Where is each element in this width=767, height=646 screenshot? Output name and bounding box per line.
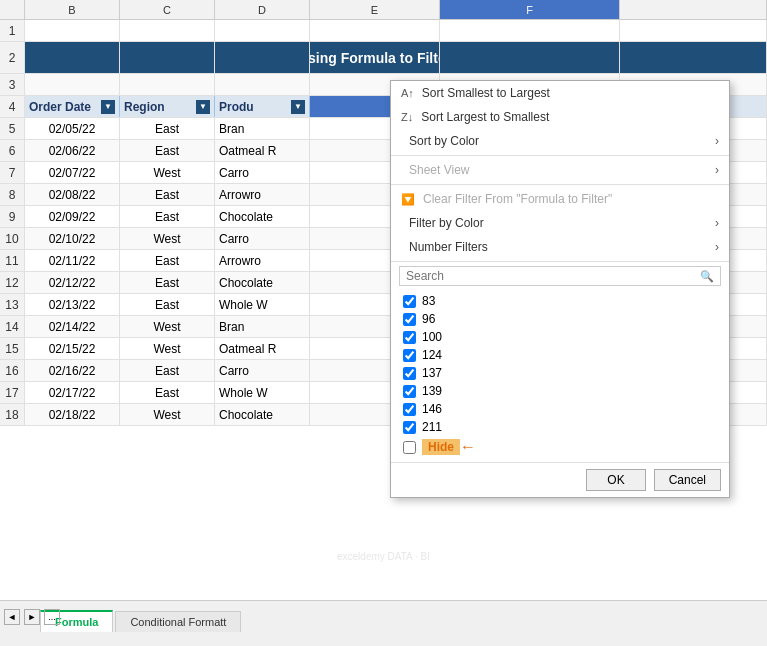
checkbox-item-124[interactable]: 124: [399, 346, 721, 364]
checkbox-item-83[interactable]: 83: [399, 292, 721, 310]
checkbox-item-96[interactable]: 96: [399, 310, 721, 328]
checkbox-100[interactable]: [403, 331, 416, 344]
row-1: 1: [0, 20, 767, 42]
cell-date-9[interactable]: 02/09/22: [25, 206, 120, 227]
checkbox-96[interactable]: [403, 313, 416, 326]
cell-d1[interactable]: [215, 20, 310, 41]
cell-region-8[interactable]: East: [120, 184, 215, 205]
filter-dropdown[interactable]: A↑ Sort Smallest to Largest Z↓ Sort Larg…: [390, 80, 730, 498]
tab-more-btn[interactable]: ...: [44, 609, 60, 625]
checkbox-211[interactable]: [403, 421, 416, 434]
cell-region-15[interactable]: West: [120, 338, 215, 359]
cell-product-5[interactable]: Bran: [215, 118, 310, 139]
checkbox-hide-item[interactable]: Hide ←: [399, 436, 721, 458]
cell-product-7[interactable]: Carro: [215, 162, 310, 183]
tab-conditional[interactable]: Conditional Formatt: [115, 611, 241, 632]
tab-prev-btn[interactable]: ◄: [4, 609, 20, 625]
number-filters-item[interactable]: Number Filters ›: [391, 235, 729, 259]
cell-date-7[interactable]: 02/07/22: [25, 162, 120, 183]
sort-by-color-item[interactable]: Sort by Color ›: [391, 129, 729, 153]
search-box[interactable]: 🔍: [399, 266, 721, 286]
cell-date-16[interactable]: 02/16/22: [25, 360, 120, 381]
rownum-1: 1: [0, 20, 25, 41]
cell-c1[interactable]: [120, 20, 215, 41]
checkbox-item-137[interactable]: 137: [399, 364, 721, 382]
cell-region-16[interactable]: East: [120, 360, 215, 381]
cell-region-11[interactable]: East: [120, 250, 215, 271]
cell-date-5[interactable]: 02/05/22: [25, 118, 120, 139]
cell-product-12[interactable]: Chocolate: [215, 272, 310, 293]
sort-asc-icon: A↑: [401, 87, 414, 99]
checkbox-item-211[interactable]: 211: [399, 418, 721, 436]
cell-region-5[interactable]: East: [120, 118, 215, 139]
cell-e1[interactable]: [310, 20, 440, 41]
cell-product-14[interactable]: Bran: [215, 316, 310, 337]
cell-region-10[interactable]: West: [120, 228, 215, 249]
cell-f1[interactable]: [440, 20, 620, 41]
cell-region-6[interactable]: East: [120, 140, 215, 161]
checkbox-146[interactable]: [403, 403, 416, 416]
cell-b1[interactable]: [25, 20, 120, 41]
checkbox-item-100[interactable]: 100: [399, 328, 721, 346]
cell-region-9[interactable]: East: [120, 206, 215, 227]
sort-smallest-item[interactable]: A↑ Sort Smallest to Largest: [391, 81, 729, 105]
cell-product-10[interactable]: Carro: [215, 228, 310, 249]
filter-orderdate-btn[interactable]: ▼: [101, 100, 115, 114]
checkbox-83[interactable]: [403, 295, 416, 308]
sort-largest-item[interactable]: Z↓ Sort Largest to Smallest: [391, 105, 729, 129]
cell-region-14[interactable]: West: [120, 316, 215, 337]
filter-by-color-item[interactable]: Filter by Color ›: [391, 211, 729, 235]
filter-product-btn[interactable]: ▼: [291, 100, 305, 114]
ok-button[interactable]: OK: [586, 469, 645, 491]
clear-filter-icon: 🔽: [401, 193, 415, 206]
cell-date-11[interactable]: 02/11/22: [25, 250, 120, 271]
cell-region-18[interactable]: West: [120, 404, 215, 425]
filter-region-btn[interactable]: ▼: [196, 100, 210, 114]
cell-c3[interactable]: [120, 74, 215, 95]
cell-date-17[interactable]: 02/17/22: [25, 382, 120, 403]
cell-date-10[interactable]: 02/10/22: [25, 228, 120, 249]
cell-region-13[interactable]: East: [120, 294, 215, 315]
cell-product-16[interactable]: Carro: [215, 360, 310, 381]
cell-date-12[interactable]: 02/12/22: [25, 272, 120, 293]
cell-product-13[interactable]: Whole W: [215, 294, 310, 315]
cell-date-14[interactable]: 02/14/22: [25, 316, 120, 337]
rownum-10: 10: [0, 228, 25, 249]
row-2-title: 2 Using Formula to Filter: [0, 42, 767, 74]
cell-product-15[interactable]: Oatmeal R: [215, 338, 310, 359]
cell-date-13[interactable]: 02/13/22: [25, 294, 120, 315]
checkbox-hide[interactable]: [403, 441, 416, 454]
cell-product-6[interactable]: Oatmeal R: [215, 140, 310, 161]
checkbox-139[interactable]: [403, 385, 416, 398]
cell-product-9[interactable]: Chocolate: [215, 206, 310, 227]
rownum-18: 18: [0, 404, 25, 425]
checkbox-item-139[interactable]: 139: [399, 382, 721, 400]
cell-product-18[interactable]: Chocolate: [215, 404, 310, 425]
title-cell-f: [440, 42, 620, 73]
column-headers: B C D E F: [0, 0, 767, 20]
cell-region-7[interactable]: West: [120, 162, 215, 183]
cell-date-8[interactable]: 02/08/22: [25, 184, 120, 205]
cell-region-17[interactable]: East: [120, 382, 215, 403]
checkbox-item-146[interactable]: 146: [399, 400, 721, 418]
tab-next-btn[interactable]: ►: [24, 609, 40, 625]
cell-b3[interactable]: [25, 74, 120, 95]
rownum-9: 9: [0, 206, 25, 227]
col-header-c: C: [120, 0, 215, 19]
cell-rest1[interactable]: [620, 20, 767, 41]
search-input[interactable]: [406, 269, 700, 283]
rownum-12: 12: [0, 272, 25, 293]
cell-product-17[interactable]: Whole W: [215, 382, 310, 403]
cell-region-12[interactable]: East: [120, 272, 215, 293]
cell-product-11[interactable]: Arrowro: [215, 250, 310, 271]
cell-product-8[interactable]: Arrowro: [215, 184, 310, 205]
checkbox-124[interactable]: [403, 349, 416, 362]
checkbox-list[interactable]: 83 96 100 124 137 139 146 211 Hide ←: [391, 290, 729, 460]
cancel-button[interactable]: Cancel: [654, 469, 721, 491]
cell-d3[interactable]: [215, 74, 310, 95]
cell-date-18[interactable]: 02/18/22: [25, 404, 120, 425]
checkbox-137[interactable]: [403, 367, 416, 380]
cell-date-15[interactable]: 02/15/22: [25, 338, 120, 359]
cell-date-6[interactable]: 02/06/22: [25, 140, 120, 161]
dropdown-footer: OK Cancel: [391, 462, 729, 497]
